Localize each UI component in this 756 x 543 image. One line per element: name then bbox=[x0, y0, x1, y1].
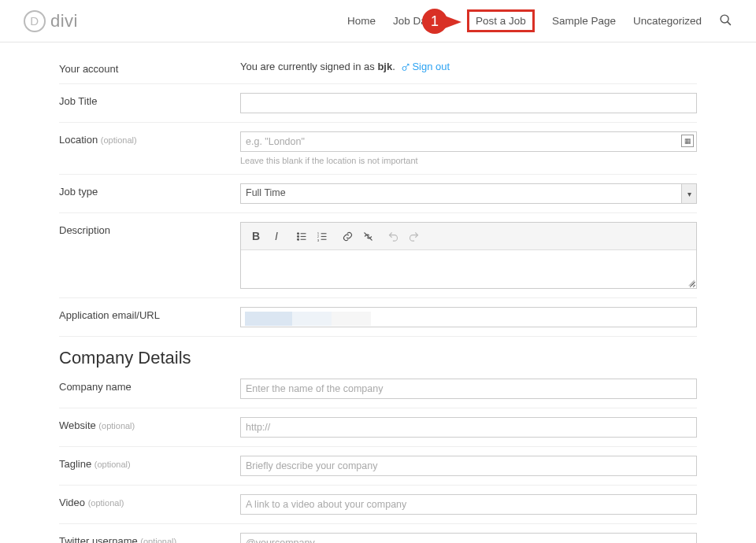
nav-home[interactable]: Home bbox=[347, 15, 376, 27]
label-twitter-optional: (optional) bbox=[140, 537, 176, 543]
brand-name: divi bbox=[50, 11, 78, 31]
nav-sample-page[interactable]: Sample Page bbox=[552, 15, 616, 27]
signout-link[interactable]: Sign out bbox=[412, 61, 450, 72]
account-status: You are currently signed in as bjk. Sign… bbox=[240, 61, 697, 72]
svg-point-5 bbox=[297, 238, 298, 240]
italic-button[interactable]: I bbox=[266, 226, 287, 246]
description-editor: B I 123 ◢ bbox=[240, 222, 697, 289]
signed-in-suffix: . bbox=[392, 61, 398, 72]
undo-button[interactable] bbox=[383, 226, 403, 246]
row-tagline: Tagline (optional) bbox=[59, 447, 697, 486]
job-type-select[interactable]: Full Time bbox=[240, 183, 697, 204]
label-location-text: Location bbox=[59, 134, 98, 146]
svg-point-0 bbox=[721, 15, 728, 23]
label-website-text: Website bbox=[59, 419, 96, 431]
svg-point-2 bbox=[402, 66, 406, 70]
video-input[interactable] bbox=[240, 494, 697, 515]
row-account: Your account You are currently signed in… bbox=[59, 52, 697, 84]
website-input[interactable] bbox=[240, 417, 697, 438]
search-icon[interactable] bbox=[719, 13, 732, 29]
signed-in-prefix: You are currently signed in as bbox=[240, 61, 377, 72]
label-website: Website (optional) bbox=[59, 417, 240, 431]
signed-in-user: bjk bbox=[377, 61, 392, 72]
row-description: Description B I 123 ◢ bbox=[59, 213, 697, 298]
twitter-input[interactable] bbox=[240, 533, 697, 543]
location-detect-icon[interactable]: ▦ bbox=[681, 135, 694, 147]
logo[interactable]: D divi bbox=[24, 10, 78, 32]
label-twitter-text: Twitter username bbox=[59, 535, 138, 543]
editor-toolbar: B I 123 bbox=[241, 223, 696, 250]
company-name-input[interactable] bbox=[240, 379, 697, 399]
nav-post-a-job[interactable]: 1 Post a Job bbox=[467, 9, 535, 32]
unlink-button[interactable] bbox=[358, 226, 378, 246]
label-location: Location (optional) bbox=[59, 131, 240, 146]
resize-handle-icon[interactable]: ◢ bbox=[688, 278, 695, 286]
label-account: Your account bbox=[59, 61, 240, 75]
label-tagline: Tagline (optional) bbox=[59, 456, 240, 470]
label-description: Description bbox=[59, 222, 240, 236]
svg-line-1 bbox=[728, 21, 731, 24]
svg-point-3 bbox=[297, 232, 298, 234]
ol-button[interactable]: 123 bbox=[312, 226, 332, 246]
logo-icon: D bbox=[24, 10, 46, 32]
label-tagline-optional: (optional) bbox=[94, 460, 131, 469]
row-twitter: Twitter username (optional) bbox=[59, 524, 697, 543]
row-job-title: Job Title bbox=[59, 84, 697, 123]
row-location: Location (optional) ▦ Leave this blank i… bbox=[59, 123, 697, 175]
label-job-title: Job Title bbox=[59, 93, 240, 107]
label-tagline-text: Tagline bbox=[59, 458, 91, 470]
masked-value bbox=[245, 312, 371, 326]
company-details-heading: Company Details bbox=[59, 348, 697, 368]
link-button[interactable] bbox=[337, 226, 358, 246]
label-app-email: Application email/URL bbox=[59, 307, 240, 321]
svg-text:3: 3 bbox=[317, 238, 319, 242]
label-job-type: Job type bbox=[59, 183, 240, 198]
step-callout: 1 bbox=[422, 9, 468, 35]
arrow-right-icon bbox=[443, 15, 461, 29]
redo-button[interactable] bbox=[403, 226, 424, 246]
main-nav: Home Job Dashbo 1 Post a Job Sample Page… bbox=[347, 9, 732, 32]
location-input[interactable] bbox=[240, 131, 697, 152]
label-video-text: Video bbox=[59, 497, 85, 508]
row-video: Video (optional) bbox=[59, 486, 697, 524]
chevron-down-icon[interactable]: ▾ bbox=[681, 183, 697, 204]
row-app-email: Application email/URL bbox=[59, 298, 697, 337]
row-company-name: Company name bbox=[59, 370, 697, 408]
label-video-optional: (optional) bbox=[88, 498, 124, 508]
label-website-optional: (optional) bbox=[98, 421, 135, 430]
bold-button[interactable]: B bbox=[246, 226, 266, 246]
tagline-input[interactable] bbox=[240, 456, 697, 476]
row-website: Website (optional) bbox=[59, 408, 697, 447]
ul-button[interactable] bbox=[291, 226, 312, 246]
svg-line-15 bbox=[364, 232, 372, 240]
label-twitter: Twitter username (optional) bbox=[59, 533, 240, 543]
row-job-type: Job type Full Time ▾ bbox=[59, 175, 697, 213]
job-title-input[interactable] bbox=[240, 93, 697, 113]
label-company-name: Company name bbox=[59, 379, 240, 393]
location-hint: Leave this blank if the location is not … bbox=[240, 156, 697, 165]
signout-icon bbox=[401, 63, 410, 72]
label-location-optional: (optional) bbox=[101, 135, 137, 145]
description-textarea[interactable]: ◢ bbox=[241, 250, 696, 288]
nav-post-a-job-label: Post a Job bbox=[476, 15, 526, 27]
label-video: Video (optional) bbox=[59, 494, 240, 508]
svg-point-4 bbox=[297, 235, 298, 237]
form-container: Your account You are currently signed in… bbox=[43, 42, 713, 543]
nav-uncategorized[interactable]: Uncategorized bbox=[633, 15, 702, 27]
topbar: D divi Home Job Dashbo 1 Post a Job Samp… bbox=[0, 0, 756, 42]
app-email-input[interactable] bbox=[240, 307, 697, 327]
